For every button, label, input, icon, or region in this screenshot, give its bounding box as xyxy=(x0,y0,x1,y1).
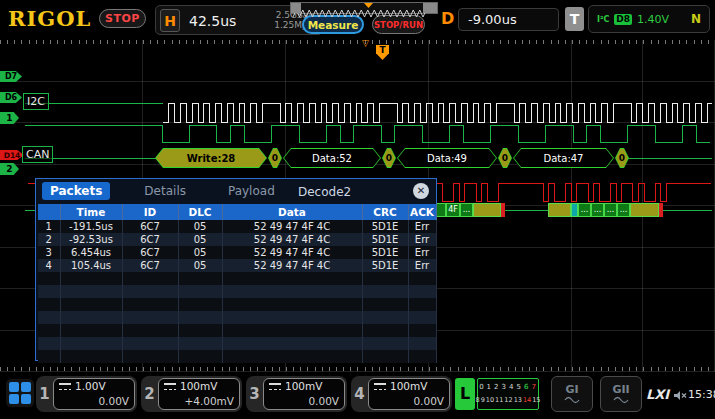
column-header: ACK xyxy=(408,204,436,220)
channel-number: 2 xyxy=(141,385,158,403)
column-header: CRC xyxy=(362,204,408,220)
la-row2: 89101112131415 xyxy=(479,394,537,407)
la-digit: 0 xyxy=(479,381,483,394)
tab-packets[interactable]: Packets xyxy=(42,182,110,200)
generator-2-button[interactable]: GII xyxy=(600,376,642,412)
table-empty-row xyxy=(38,337,436,350)
la-channel-digits: 01234567 89101112131415 xyxy=(477,378,539,410)
column-header: ID xyxy=(122,204,178,220)
table-cell: Err xyxy=(408,233,436,246)
i2c-decode-bubble: Write:28 xyxy=(155,148,267,168)
la-digit: 7 xyxy=(531,381,535,394)
panel-tabs: PacketsDetailsPayload xyxy=(42,182,283,200)
trigger-level-value: 1.40V xyxy=(637,13,669,26)
channel-number: 1 xyxy=(36,385,53,403)
la-digit: 8 xyxy=(476,394,480,407)
trigger-icon: T xyxy=(565,7,584,31)
table-empty-row xyxy=(38,272,436,285)
column-header: DLC xyxy=(178,204,222,220)
sine-wave-icon xyxy=(564,396,580,404)
table-cell: 5D1E xyxy=(362,259,408,272)
table-cell: 6C7 xyxy=(122,246,178,259)
la-digit: 13 xyxy=(514,394,522,407)
table-cell: 05 xyxy=(178,220,222,233)
table-cell: 05 xyxy=(178,246,222,259)
table-row[interactable]: 1-191.5us6C70552 49 47 4F 4C5D1EErr xyxy=(38,220,436,233)
horizontal-icon: H xyxy=(160,9,180,32)
table-cell: 4 xyxy=(38,259,60,272)
table-cell: 2 xyxy=(38,233,60,246)
trigger-type-icon: I²C xyxy=(597,15,609,24)
i2c-decode-row: Write:280Data:520Data:490Data:470 xyxy=(0,148,715,168)
i2c-decode-bubble: Data:47 xyxy=(513,148,614,168)
channel-offset: +4.00mV xyxy=(164,396,234,407)
la-digit: 10 xyxy=(486,394,494,407)
channel-3-button[interactable]: 3 100mV 0.00V xyxy=(246,376,347,412)
la-row1: 01234567 xyxy=(479,381,537,394)
table-row[interactable]: 2-92.53us6C70552 49 47 4F 4C5D1EErr xyxy=(38,233,436,246)
channel-1-button[interactable]: 1 1.00V 0.00V xyxy=(36,376,137,412)
table-cell: 5D1E xyxy=(362,220,408,233)
memory-position-indicator[interactable] xyxy=(290,2,438,14)
table-cell: 3 xyxy=(38,246,60,259)
la-digit: 6 xyxy=(524,381,528,394)
column-header: Time xyxy=(60,204,122,220)
generator-label: GI xyxy=(565,384,578,396)
bottom-ruler-ticks xyxy=(0,367,715,371)
la-digit: 3 xyxy=(502,381,506,394)
channel-number: 4 xyxy=(351,385,368,403)
la-digit: 15 xyxy=(532,394,540,407)
table-empty-row xyxy=(38,285,436,298)
table-cell: 52 49 47 4F 4C xyxy=(222,233,362,246)
table-empty-row xyxy=(38,350,436,363)
i2c-decode-bubble: Data:52 xyxy=(283,148,381,168)
tab-payload[interactable]: Payload xyxy=(220,182,283,200)
clock: 15:38 xyxy=(688,388,715,401)
can-bus-label: CAN xyxy=(22,146,53,163)
panel-title: Decode2 xyxy=(298,185,351,199)
i2c-decode-bubble: 0 xyxy=(382,148,396,168)
la-digit: 11 xyxy=(495,394,503,407)
decode-packet-panel: PacketsDetailsPayload Decode2 ✕ TimeIDDL… xyxy=(35,178,437,361)
channel-4-button[interactable]: 4 100mV 0.00V xyxy=(351,376,452,412)
timebase-value: 42.5us xyxy=(189,13,236,29)
channel-scale: 1.00V xyxy=(75,381,106,392)
table-cell: 05 xyxy=(178,233,222,246)
bottom-status-bar: 1 1.00V 0.00V 2 100mV +4.00mV 3 100mV 0.… xyxy=(0,372,715,419)
i2c-decode-bubble: Data:49 xyxy=(397,148,497,168)
la-digit: 1 xyxy=(487,381,491,394)
table-cell: 05 xyxy=(178,259,222,272)
logic-analyzer-button[interactable]: L 01234567 89101112131415 xyxy=(455,376,539,412)
delay-value-button[interactable]: -9.00us xyxy=(458,8,559,31)
channel-2-button[interactable]: 2 100mV +4.00mV xyxy=(141,376,242,412)
trigger-settings-button[interactable]: I²C D8 1.40V N xyxy=(588,5,710,33)
tab-details[interactable]: Details xyxy=(136,182,194,200)
packet-table: TimeIDDLCDataCRCACK 1-191.5us6C70552 49 … xyxy=(38,204,437,363)
table-cell: 1 xyxy=(38,220,60,233)
table-cell: 52 49 47 4F 4C xyxy=(222,220,362,233)
table-cell: Err xyxy=(408,220,436,233)
la-digit: 14 xyxy=(523,394,531,407)
menu-grid-icon[interactable] xyxy=(6,379,34,407)
dc-coupling-icon xyxy=(269,383,281,390)
lxi-logo: LXI xyxy=(646,387,669,402)
table-cell: -191.5us xyxy=(60,220,122,233)
table-row[interactable]: 36.454us6C70552 49 47 4F 4C5D1EErr xyxy=(38,246,436,259)
la-digit: 12 xyxy=(504,394,512,407)
i2c-decode-bubble: 0 xyxy=(268,148,282,168)
channel-offset: 0.00V xyxy=(269,396,339,407)
table-cell: 6C7 xyxy=(122,233,178,246)
la-digit: 4 xyxy=(509,381,513,394)
close-icon[interactable]: ✕ xyxy=(413,183,429,199)
i2c-bus-label: I2C xyxy=(23,93,49,110)
table-cell: 52 49 47 4F 4C xyxy=(222,259,362,272)
generator-1-button[interactable]: GI xyxy=(551,376,593,412)
trigger-source-badge: D8 xyxy=(614,14,632,25)
channel-offset: 0.00V xyxy=(374,396,444,407)
table-cell: 5D1E xyxy=(362,246,408,259)
table-row[interactable]: 4105.4us6C70552 49 47 4F 4C5D1EErr xyxy=(38,259,436,272)
la-digit: 5 xyxy=(516,381,520,394)
speaker-mute-icon xyxy=(674,390,687,401)
table-cell: 105.4us xyxy=(60,259,122,272)
channel-scale: 100mV xyxy=(390,381,427,392)
